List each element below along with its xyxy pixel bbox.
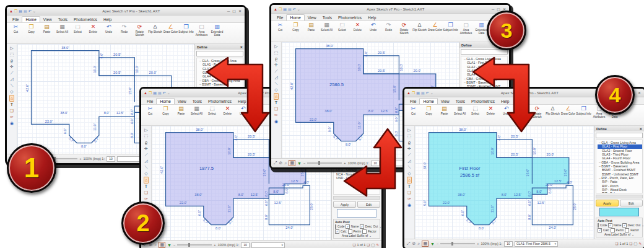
toolbar-undo[interactable]: ↶Undo [101, 24, 116, 33]
toolbar-cut[interactable]: ✂Cut [406, 105, 421, 115]
toolbar-flip-sketch[interactable]: ΔFlip Sketch [412, 22, 427, 32]
menu-home[interactable]: Home [286, 14, 304, 20]
image-tool-icon[interactable]: ❏ [274, 106, 278, 112]
menu-tools[interactable]: Tools [55, 17, 71, 22]
toolbar-flip-sketch[interactable]: ΔFlip Sketch [147, 24, 163, 33]
marquee-icon[interactable]: ⬚ [10, 51, 14, 58]
toolbar-rotate-sketch[interactable]: ⟳Rotate Sketch [396, 22, 412, 35]
tree-expand-icon[interactable]: ‒ [599, 161, 601, 164]
area-search-input[interactable] [461, 49, 508, 55]
save-all-icon[interactable]: ▤ [288, 7, 292, 11]
menu-tools[interactable]: Tools [320, 15, 335, 20]
toolbar-delete[interactable]: ✕Delete [85, 24, 101, 33]
move-icon[interactable]: ✛ [144, 146, 148, 152]
line-tool-icon[interactable]: ⟋ [275, 68, 278, 74]
checkbox-desc[interactable]: ✓ [622, 223, 626, 228]
toolbar-copy[interactable]: ❐Copy [288, 22, 303, 32]
menu-photometrics[interactable]: Photometrics [468, 99, 498, 104]
checkbox-desc[interactable]: ✓ [360, 224, 363, 229]
checkbox-perim[interactable] [348, 229, 352, 234]
toolbar-area-attributes[interactable]: ▢Area Attributes [458, 22, 474, 35]
globe-tool-icon[interactable]: ◉ [10, 120, 14, 126]
close-button[interactable]: ✕ [238, 9, 242, 13]
toolbar-draw-color[interactable]: ∠Draw Color [163, 24, 178, 33]
tree-expand-icon[interactable]: ‒ [464, 77, 466, 81]
plan-outline[interactable] [429, 133, 569, 225]
undo-quick-icon[interactable]: ↶ [293, 7, 296, 11]
toolbar-subject-info[interactable]: ❒Subject Info [576, 105, 591, 115]
maximize-button[interactable]: ▢ [232, 9, 237, 13]
select-arrow-icon[interactable]: ▷ [144, 127, 147, 133]
text-tool-icon[interactable]: T [145, 184, 147, 190]
toolbar-select[interactable]: ⬚Select [334, 22, 350, 32]
area-type-tree[interactable]: ‒ GLA - Gross Living AreaGLA1 - First Fl… [596, 140, 643, 193]
shape-tool-icon[interactable]: ◇ [274, 87, 277, 93]
scale-input[interactable]: 10 [504, 241, 513, 247]
scale-input[interactable]: 10 [241, 242, 250, 248]
polyline-tool-icon[interactable]: ◿ [407, 158, 411, 164]
toolbar-extended-data[interactable]: ▥Extended Data [209, 24, 225, 37]
curve-tool-icon[interactable]: ⟍ [11, 82, 14, 89]
toolbar-select[interactable]: ⬚Select [70, 24, 85, 33]
toolbar-cut[interactable]: ✂Cut [8, 24, 24, 33]
toolbar-paste[interactable]: ▤Paste [437, 105, 452, 115]
edit-page-icon[interactable]: ✎ [638, 242, 642, 246]
tree-expand-icon[interactable]: ‒ [464, 57, 466, 61]
checkbox-code[interactable] [335, 224, 336, 229]
curve-tool-icon[interactable]: ⟍ [275, 81, 278, 87]
move-icon[interactable]: ✛ [10, 64, 14, 70]
line-tool-icon[interactable]: ⟋ [145, 152, 148, 158]
toolbar-area-attributes[interactable]: ▢Area Attributes [194, 24, 209, 37]
maximize-button[interactable]: ▢ [496, 7, 501, 11]
menu-help[interactable]: Help [365, 15, 379, 20]
zoom-slider[interactable] [440, 243, 475, 244]
toolbar-copy[interactable]: ❐Copy [24, 24, 39, 33]
image-tool-icon[interactable]: ❏ [10, 108, 14, 114]
toolbar-draw-color[interactable]: ∠Draw Color [427, 22, 443, 32]
open-icon[interactable]: ❒ [14, 9, 17, 13]
toolbar-redo[interactable]: ↷Redo [116, 24, 132, 33]
toolbar-delete[interactable]: ✕Delete [220, 105, 235, 115]
tree-item-r-p-balcony[interactable]: R/P - Balcony [598, 192, 642, 193]
record-icon[interactable]: ◯ [633, 242, 637, 246]
toolbar-select-all[interactable]: ▦Select All [319, 22, 334, 32]
marquee-icon[interactable]: ⬚ [144, 133, 149, 140]
checkbox-factor[interactable] [362, 229, 367, 234]
edit-button[interactable]: Edit [620, 200, 643, 206]
zoom-slider[interactable] [177, 244, 212, 246]
menu-help[interactable]: Help [100, 17, 115, 22]
menu-photometrics[interactable]: Photometrics [205, 99, 235, 104]
menu-home[interactable]: Home [419, 98, 437, 104]
undo-quick-icon[interactable]: ↶ [163, 91, 166, 95]
curve-tool-icon[interactable]: ⟍ [145, 164, 148, 170]
menu-tools[interactable]: Tools [453, 99, 468, 104]
area-selector-combo[interactable]: GLA1: First Floor 2586.5▾ [515, 241, 558, 247]
marquee-icon[interactable]: ⬚ [274, 50, 279, 56]
open-icon[interactable]: ❒ [412, 91, 415, 95]
checkbox-name[interactable]: ✓ [346, 224, 349, 229]
toolbar-redo[interactable]: ↷Redo [514, 105, 529, 115]
globe-tool-icon[interactable]: ◉ [274, 118, 278, 125]
edit-button[interactable]: Edit [357, 201, 380, 208]
menu-tools[interactable]: Tools [189, 99, 205, 104]
filter-funnel-icon[interactable]: ▼ [167, 243, 172, 247]
save-icon[interactable]: ▤ [19, 9, 22, 13]
apply-button[interactable]: Apply [596, 200, 619, 206]
checkbox-name[interactable]: ✓ [608, 223, 612, 228]
lasso-icon[interactable]: ϱ [275, 56, 277, 62]
toolbar-undo[interactable]: ↶Undo [498, 105, 514, 115]
text-tool-icon[interactable]: T [275, 100, 277, 106]
lasso-icon[interactable]: ϱ [145, 140, 147, 146]
menu-photometrics[interactable]: Photometrics [335, 15, 365, 20]
area-color-swatch[interactable] [337, 209, 376, 218]
checkbox-calc[interactable]: ✓ [598, 228, 602, 232]
polyline-tool-icon[interactable]: ◿ [144, 158, 147, 164]
lasso-icon[interactable]: ϱ [408, 140, 411, 146]
toolbar-redo[interactable]: ↷Redo [251, 105, 266, 115]
filter-funnel-icon[interactable]: ▼ [297, 161, 302, 166]
scale-input[interactable]: 10 [107, 156, 115, 162]
zoom-region-icon[interactable]: ⌕ [284, 161, 287, 166]
toolbar-paste[interactable]: ▤Paste [39, 24, 54, 33]
tree-expand-icon[interactable]: ‒ [599, 141, 601, 144]
undo-quick-icon[interactable]: ↶ [28, 9, 32, 13]
